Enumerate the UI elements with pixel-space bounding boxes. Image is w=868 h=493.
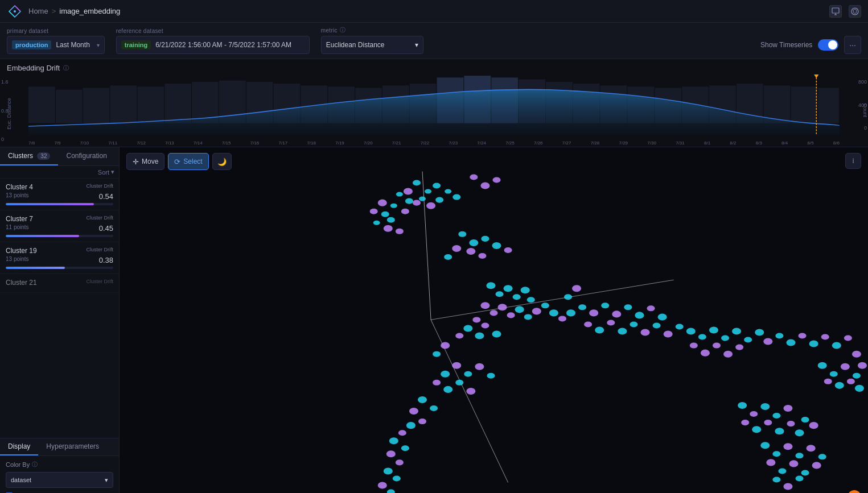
svg-point-152 bbox=[409, 408, 418, 415]
tab-configuration[interactable]: Configuration bbox=[58, 147, 114, 165]
svg-point-91 bbox=[463, 325, 472, 332]
svg-point-116 bbox=[830, 371, 838, 377]
y-axis-label: Euc. Distance bbox=[6, 98, 12, 130]
sort-chevron-icon: ▾ bbox=[111, 168, 114, 176]
svg-rect-33 bbox=[791, 86, 818, 123]
tab-display[interactable]: Display bbox=[0, 438, 38, 455]
svg-point-92 bbox=[455, 333, 463, 339]
svg-point-109 bbox=[799, 333, 807, 339]
panel-tabs: Clusters 32 Configuration bbox=[0, 147, 119, 166]
svg-point-95 bbox=[698, 334, 706, 340]
svg-point-111 bbox=[821, 334, 829, 340]
y-tick-2: 0.8 bbox=[1, 108, 23, 114]
chevron-down-icon: ▾ bbox=[97, 42, 100, 48]
timeseries-toggle[interactable] bbox=[818, 39, 838, 51]
svg-point-151 bbox=[430, 405, 438, 411]
svg-point-45 bbox=[419, 197, 426, 201]
tab-clusters[interactable]: Clusters 32 bbox=[0, 147, 58, 165]
y-tick-3: 0 bbox=[1, 136, 23, 142]
svg-point-131 bbox=[658, 313, 667, 320]
svg-point-167 bbox=[772, 413, 780, 419]
svg-point-101 bbox=[690, 343, 698, 349]
svg-point-135 bbox=[618, 328, 627, 334]
scatter-plot-svg bbox=[120, 147, 868, 493]
svg-point-157 bbox=[401, 445, 409, 451]
svg-point-87 bbox=[549, 309, 558, 316]
color-by-chevron-icon: ▾ bbox=[105, 477, 108, 484]
svg-point-153 bbox=[418, 419, 426, 424]
svg-point-60 bbox=[396, 229, 404, 234]
svg-point-127 bbox=[612, 310, 621, 317]
svg-line-37 bbox=[422, 171, 431, 320]
cluster-item[interactable]: Cluster 19 Cluster Drift 13 points 0.38 bbox=[0, 242, 119, 274]
cluster-item[interactable]: Cluster 7 Cluster Drift 11 points 0.45 bbox=[0, 210, 119, 242]
svg-point-73 bbox=[486, 282, 495, 289]
svg-rect-6 bbox=[56, 90, 83, 123]
svg-point-117 bbox=[841, 363, 850, 370]
svg-point-186 bbox=[801, 470, 809, 475]
svg-point-129 bbox=[635, 312, 644, 318]
svg-point-118 bbox=[853, 373, 861, 379]
info-button[interactable]: i bbox=[845, 153, 861, 169]
cluster-drift-label: Cluster Drift bbox=[86, 183, 113, 189]
controls-bar: primary dataset production Last Month ▾ … bbox=[0, 23, 868, 59]
move-button[interactable]: ✛ Move bbox=[126, 153, 164, 170]
sort-button[interactable]: Sort ▾ bbox=[98, 168, 114, 176]
cluster-list: Cluster 4 Cluster Drift 13 points 0.54 C… bbox=[0, 179, 119, 438]
cluster-drift-label: Cluster Drift bbox=[86, 279, 113, 284]
primary-dataset-selector[interactable]: production Last Month ▾ bbox=[7, 36, 105, 54]
cluster-item[interactable]: Cluster 21 Cluster Drift bbox=[0, 274, 119, 293]
metric-selector[interactable]: Euclidean Distance ▾ bbox=[321, 36, 423, 54]
metric-chevron-icon: ▾ bbox=[415, 41, 418, 49]
svg-point-81 bbox=[498, 304, 507, 310]
svg-rect-1 bbox=[832, 8, 839, 13]
color-by-select[interactable]: dataset ▾ bbox=[6, 472, 113, 488]
select-button[interactable]: ⟳ Select bbox=[168, 153, 208, 170]
svg-point-139 bbox=[664, 330, 673, 337]
nav-github-icon[interactable] bbox=[849, 5, 861, 18]
more-options-button[interactable]: ··· bbox=[844, 36, 861, 54]
svg-point-148 bbox=[455, 380, 463, 386]
cluster-points: 13 points bbox=[6, 192, 29, 198]
cluster-bar bbox=[6, 267, 65, 269]
canvas-area: ✛ Move ⟳ Select 🌙 i bbox=[120, 147, 868, 493]
svg-point-114 bbox=[852, 351, 861, 358]
primary-tag: production bbox=[12, 40, 51, 49]
svg-rect-34 bbox=[818, 88, 839, 123]
svg-point-66 bbox=[481, 236, 489, 242]
svg-point-191 bbox=[481, 322, 489, 328]
svg-point-163 bbox=[387, 490, 395, 493]
cluster-drift-value: 0.45 bbox=[99, 224, 113, 233]
color-by-value: dataset bbox=[11, 477, 31, 483]
svg-point-86 bbox=[541, 303, 549, 308]
nav-monitor-icon[interactable] bbox=[829, 5, 842, 18]
nav-icons bbox=[829, 5, 861, 18]
svg-point-107 bbox=[775, 333, 783, 339]
svg-point-115 bbox=[818, 362, 827, 369]
svg-marker-36 bbox=[814, 74, 818, 78]
cluster-item[interactable]: Cluster 4 Cluster Drift 13 points 0.54 bbox=[0, 179, 119, 210]
cluster-bar bbox=[6, 203, 94, 205]
svg-point-164 bbox=[738, 402, 747, 409]
svg-point-96 bbox=[709, 326, 718, 333]
reference-dataset-selector[interactable]: training 6/21/2022 1:56:00 AM - 7/5/2022… bbox=[116, 36, 310, 54]
svg-point-97 bbox=[721, 335, 729, 341]
svg-point-124 bbox=[578, 304, 586, 310]
svg-point-90 bbox=[472, 317, 480, 322]
primary-dataset-label: primary dataset bbox=[7, 28, 105, 34]
svg-point-46 bbox=[435, 197, 443, 203]
svg-point-183 bbox=[766, 459, 775, 466]
svg-point-171 bbox=[764, 420, 772, 425]
svg-point-166 bbox=[760, 403, 770, 410]
svg-point-173 bbox=[787, 421, 795, 426]
dark-mode-button[interactable]: 🌙 bbox=[212, 153, 232, 170]
svg-point-165 bbox=[750, 411, 758, 417]
tab-hyperparameters[interactable]: Hyperparameters bbox=[38, 438, 107, 455]
breadcrumb-separator: > bbox=[52, 7, 56, 15]
metric-control: metric ⓘ Euclidean Distance ▾ bbox=[321, 26, 423, 54]
svg-point-76 bbox=[513, 294, 521, 300]
svg-point-143 bbox=[475, 363, 484, 370]
svg-point-64 bbox=[458, 231, 466, 237]
left-panel: Clusters 32 Configuration Sort ▾ Cluster… bbox=[0, 147, 120, 493]
breadcrumb-home[interactable]: Home bbox=[28, 7, 48, 15]
